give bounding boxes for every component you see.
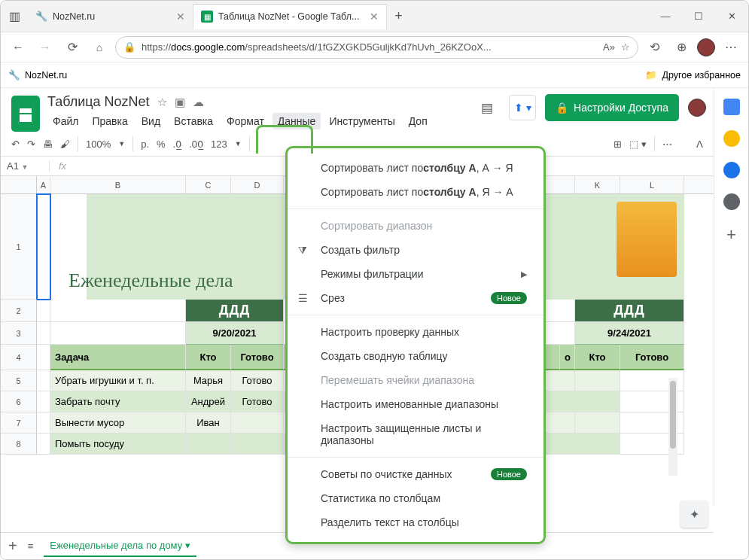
sync-icon[interactable]: ⟲: [643, 36, 665, 59]
print-button[interactable]: 🖶: [43, 138, 53, 150]
menu-sort-za[interactable]: Сортировать лист по столбцу A, Я → А: [288, 180, 543, 204]
select-all-corner[interactable]: [1, 176, 37, 193]
explore-button[interactable]: ✦: [680, 501, 708, 528]
col-header[interactable]: C: [186, 176, 231, 193]
redo-button[interactable]: ↷: [27, 138, 35, 150]
menu-file[interactable]: Файл: [47, 113, 84, 129]
row-header[interactable]: 2: [1, 300, 37, 322]
day-header[interactable]: ДДД: [575, 300, 684, 322]
vertical-scrollbar[interactable]: [668, 378, 677, 476]
menu-addons[interactable]: Доп: [403, 113, 433, 129]
browser-tab-active[interactable]: ▦ Таблица NozNet - Google Табл... ✕: [193, 4, 387, 29]
date-cell[interactable]: 9/20/2021: [186, 322, 284, 345]
more-toolbar-button[interactable]: ⋯: [662, 138, 672, 150]
close-icon[interactable]: ✕: [176, 11, 185, 23]
row-header[interactable]: 5: [1, 370, 37, 391]
sheet-tab[interactable]: Еженедельные дела по дому ▾: [44, 535, 196, 557]
menu-validation[interactable]: Настроить проверку данных: [288, 320, 543, 344]
col-header[interactable]: L: [620, 176, 684, 193]
row-header[interactable]: 1: [1, 194, 37, 300]
share-button[interactable]: 🔒 Настройки Доступа: [545, 94, 679, 121]
back-button[interactable]: ←: [7, 36, 29, 59]
forward-button[interactable]: →: [34, 36, 56, 59]
row-header[interactable]: 8: [1, 434, 37, 455]
browser-tab[interactable]: 🔧 NozNet.ru ✕: [28, 4, 193, 29]
borders-button[interactable]: ⊞: [614, 138, 622, 150]
contacts-icon[interactable]: [723, 193, 740, 210]
merge-button[interactable]: ⬚ ▾: [629, 138, 647, 150]
task-cell[interactable]: Убрать игрушки и т. п.: [50, 370, 186, 391]
percent-button[interactable]: %: [157, 138, 166, 150]
menu-filter-views[interactable]: Режимы фильтрации▶: [288, 262, 543, 286]
col-header[interactable]: K: [575, 176, 620, 193]
menu-filter[interactable]: ⧩Создать фильтр: [288, 238, 543, 262]
read-aloud-icon[interactable]: A»: [603, 41, 615, 53]
cell-a1[interactable]: [37, 194, 50, 300]
col-header[interactable]: A: [37, 176, 50, 193]
col-who[interactable]: Кто: [186, 345, 231, 370]
calendar-icon[interactable]: [723, 99, 740, 115]
menu-cleanup[interactable]: Советы по очистке данныхНовое: [288, 462, 543, 486]
row-header[interactable]: 3: [1, 322, 37, 345]
col-task[interactable]: Задача: [50, 345, 186, 370]
present-button[interactable]: ⬆ ▾: [509, 95, 536, 120]
add-sheet-button[interactable]: +: [8, 537, 17, 555]
increase-decimal-button[interactable]: .00̲: [189, 138, 203, 150]
menu-view[interactable]: Вид: [136, 113, 166, 129]
account-avatar[interactable]: [688, 99, 706, 117]
url-input[interactable]: 🔒 https://docs.google.com/spreadsheets/d…: [115, 36, 638, 59]
date-cell[interactable]: 9/24/2021: [575, 322, 684, 345]
tabs-overview-icon[interactable]: ▥: [1, 9, 28, 23]
doc-title[interactable]: Таблица NozNet: [47, 94, 150, 110]
col-header[interactable]: B: [50, 176, 186, 193]
menu-slicer[interactable]: ☰СрезНовое: [288, 286, 543, 310]
profile-avatar[interactable]: [697, 38, 715, 56]
col-who[interactable]: Кто: [575, 345, 620, 370]
keep-icon[interactable]: [723, 130, 740, 147]
col-o[interactable]: о: [560, 345, 575, 370]
tasks-icon[interactable]: [723, 162, 740, 178]
new-tab-button[interactable]: +: [387, 8, 410, 24]
star-icon[interactable]: ☆: [157, 96, 167, 109]
all-sheets-button[interactable]: ≡: [28, 540, 34, 552]
menu-col-stats[interactable]: Статистика по столбцам: [288, 486, 543, 510]
sheets-logo-icon[interactable]: [11, 96, 40, 132]
comments-icon[interactable]: ▤: [474, 95, 500, 120]
dropdown-icon[interactable]: ▼: [118, 140, 125, 148]
collapse-icon[interactable]: ᐱ: [696, 138, 703, 150]
undo-button[interactable]: ↶: [11, 138, 20, 150]
close-icon[interactable]: ✕: [370, 11, 379, 23]
col-done[interactable]: Готово: [620, 345, 684, 370]
row-header[interactable]: 6: [1, 391, 37, 412]
home-button[interactable]: ⌂: [88, 36, 111, 59]
zoom-select[interactable]: 100%: [86, 138, 111, 150]
row-header[interactable]: 4: [1, 345, 37, 370]
menu-split[interactable]: Разделить текст на столбцы: [288, 510, 543, 534]
collections-icon[interactable]: ⊕: [670, 36, 693, 59]
fav-folder[interactable]: Другое избранное: [662, 70, 741, 81]
add-addon-button[interactable]: +: [726, 225, 736, 245]
menu-pivot[interactable]: Создать сводную таблицу: [288, 344, 543, 368]
row-header[interactable]: 7: [1, 412, 37, 434]
favorite-star-icon[interactable]: ☆: [621, 41, 630, 53]
minimize-button[interactable]: ―: [649, 2, 682, 32]
menu-insert[interactable]: Вставка: [169, 113, 218, 129]
maximize-button[interactable]: ☐: [682, 2, 715, 32]
paint-format-button[interactable]: 🖌: [60, 138, 70, 150]
close-window-button[interactable]: ✕: [715, 2, 748, 32]
move-icon[interactable]: ▣: [175, 96, 185, 109]
name-box[interactable]: A1 ▼: [1, 160, 50, 172]
day-header[interactable]: ДДД: [186, 300, 284, 322]
cloud-status-icon[interactable]: ☁: [193, 96, 204, 109]
refresh-button[interactable]: ⟳: [61, 36, 84, 59]
menu-tools[interactable]: Инструменты: [324, 113, 400, 129]
menu-named-ranges[interactable]: Настроить именованные диапазоны: [288, 392, 543, 416]
currency-button[interactable]: р.: [141, 138, 149, 150]
browser-menu-button[interactable]: ⋯: [720, 36, 742, 59]
decrease-decimal-button[interactable]: .0̲: [173, 138, 182, 150]
menu-sort-az[interactable]: Сортировать лист по столбцу A, А → Я: [288, 156, 543, 180]
col-done[interactable]: Готово: [231, 345, 284, 370]
menu-edit[interactable]: Правка: [87, 113, 132, 129]
fav-item[interactable]: NozNet.ru: [25, 70, 67, 81]
menu-protected[interactable]: Настроить защищенные листы и диапазоны: [288, 416, 543, 452]
